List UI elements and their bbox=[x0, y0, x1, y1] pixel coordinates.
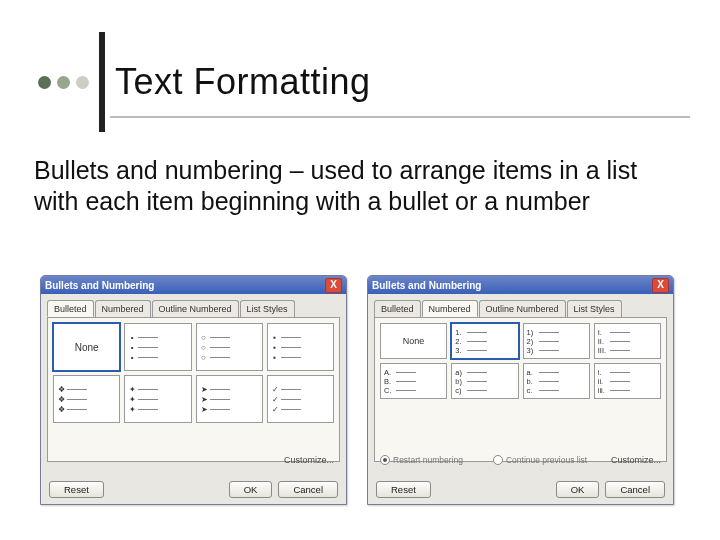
customize-link[interactable]: Customize... bbox=[284, 455, 334, 465]
bullet-option[interactable]: ➤➤➤ bbox=[196, 375, 263, 423]
titlebar: Bullets and Numbering X bbox=[368, 276, 673, 294]
number-option-none[interactable]: None bbox=[380, 323, 447, 359]
number-option[interactable]: 1)2)3) bbox=[523, 323, 590, 359]
tab-liststyles[interactable]: List Styles bbox=[240, 300, 295, 317]
slide-body: Bullets and numbering – used to arrange … bbox=[34, 155, 664, 216]
radio-restart[interactable]: Restart numbering bbox=[380, 455, 463, 465]
title-divider bbox=[99, 32, 105, 132]
title-dots bbox=[38, 76, 89, 89]
number-option[interactable]: i.ii.iii. bbox=[594, 363, 661, 399]
cancel-button[interactable]: Cancel bbox=[278, 481, 338, 498]
ok-button[interactable]: OK bbox=[556, 481, 600, 498]
number-option[interactable]: A.B.C. bbox=[380, 363, 447, 399]
tab-strip: Bulleted Numbered Outline Numbered List … bbox=[374, 300, 673, 317]
tab-panel-numbered: None1.2.3.1)2)3)I.II.III.A.B.C.a)b)c)a.b… bbox=[374, 317, 667, 462]
tab-panel-bulleted: None•••○○○▪▪▪❖❖❖✦✦✦➤➤➤✓✓✓ bbox=[47, 317, 340, 462]
dot-1 bbox=[38, 76, 51, 89]
radio-restart-label: Restart numbering bbox=[393, 455, 463, 465]
tab-bulleted[interactable]: Bulleted bbox=[374, 300, 421, 317]
number-style-grid: None1.2.3.1)2)3)I.II.III.A.B.C.a)b)c)a.b… bbox=[380, 323, 661, 399]
number-option[interactable]: a.b.c. bbox=[523, 363, 590, 399]
radio-continue-label: Continue previous list bbox=[506, 455, 587, 465]
slide-title: Text Formatting bbox=[115, 61, 371, 103]
title-underline bbox=[110, 116, 690, 118]
close-icon[interactable]: X bbox=[652, 278, 669, 293]
cancel-button[interactable]: Cancel bbox=[605, 481, 665, 498]
tab-outline[interactable]: Outline Numbered bbox=[479, 300, 566, 317]
bullet-option[interactable]: ✓✓✓ bbox=[267, 375, 334, 423]
dialog-screenshots: Bullets and Numbering X Bulleted Numbere… bbox=[40, 275, 674, 505]
tab-outline[interactable]: Outline Numbered bbox=[152, 300, 239, 317]
tab-liststyles[interactable]: List Styles bbox=[567, 300, 622, 317]
bullet-option[interactable]: ••• bbox=[124, 323, 191, 371]
bullet-option[interactable]: ○○○ bbox=[196, 323, 263, 371]
dialog-bulleted: Bullets and Numbering X Bulleted Numbere… bbox=[40, 275, 347, 505]
slide: Text Formatting Bullets and numbering – … bbox=[0, 0, 720, 540]
titlebar-text: Bullets and Numbering bbox=[372, 280, 481, 291]
bullet-option[interactable]: ❖❖❖ bbox=[53, 375, 120, 423]
numbering-mode-radios: Restart numbering Continue previous list bbox=[380, 455, 587, 465]
titlebar: Bullets and Numbering X bbox=[41, 276, 346, 294]
titlebar-text: Bullets and Numbering bbox=[45, 280, 154, 291]
bullet-option-none[interactable]: None bbox=[53, 323, 120, 371]
customize-link[interactable]: Customize... bbox=[611, 455, 661, 465]
close-icon[interactable]: X bbox=[325, 278, 342, 293]
tab-numbered[interactable]: Numbered bbox=[422, 300, 478, 317]
reset-button[interactable]: Reset bbox=[376, 481, 431, 498]
bullet-option[interactable]: ✦✦✦ bbox=[124, 375, 191, 423]
dot-3 bbox=[76, 76, 89, 89]
reset-button[interactable]: Reset bbox=[49, 481, 104, 498]
dot-2 bbox=[57, 76, 70, 89]
number-option[interactable]: 1.2.3. bbox=[451, 323, 518, 359]
button-bar: Reset OK Cancel bbox=[368, 474, 673, 504]
dialog-numbered: Bullets and Numbering X Bulleted Numbere… bbox=[367, 275, 674, 505]
button-bar: Reset OK Cancel bbox=[41, 474, 346, 504]
bullet-style-grid: None•••○○○▪▪▪❖❖❖✦✦✦➤➤➤✓✓✓ bbox=[53, 323, 334, 423]
radio-continue[interactable]: Continue previous list bbox=[493, 455, 587, 465]
number-option[interactable]: I.II.III. bbox=[594, 323, 661, 359]
ok-button[interactable]: OK bbox=[229, 481, 273, 498]
bullet-option[interactable]: ▪▪▪ bbox=[267, 323, 334, 371]
tab-bulleted[interactable]: Bulleted bbox=[47, 300, 94, 317]
tab-strip: Bulleted Numbered Outline Numbered List … bbox=[47, 300, 346, 317]
tab-numbered[interactable]: Numbered bbox=[95, 300, 151, 317]
number-option[interactable]: a)b)c) bbox=[451, 363, 518, 399]
